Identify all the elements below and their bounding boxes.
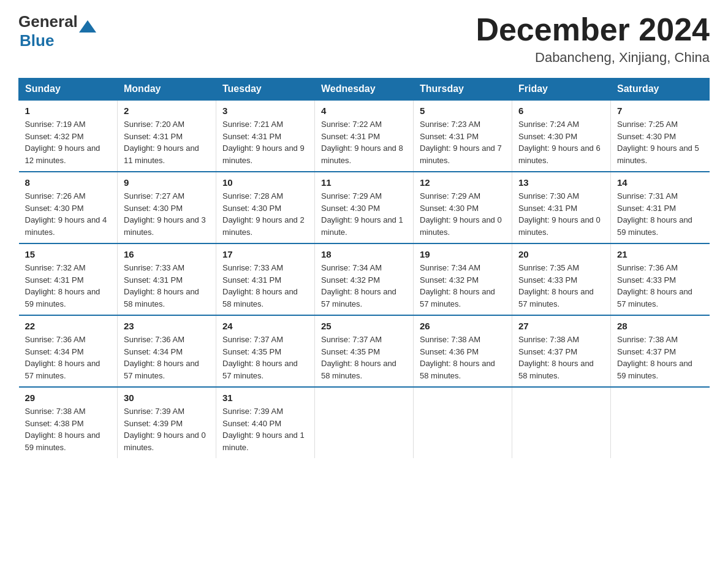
calendar-cell bbox=[315, 387, 414, 458]
calendar-cell: 8 Sunrise: 7:26 AMSunset: 4:30 PMDayligh… bbox=[19, 172, 118, 243]
day-info: Sunrise: 7:37 AMSunset: 4:35 PMDaylight:… bbox=[321, 335, 396, 380]
day-number: 6 bbox=[518, 105, 604, 116]
calendar-cell: 4 Sunrise: 7:22 AMSunset: 4:31 PMDayligh… bbox=[315, 100, 414, 172]
day-info: Sunrise: 7:24 AMSunset: 4:30 PMDaylight:… bbox=[518, 120, 601, 165]
calendar-cell: 27 Sunrise: 7:38 AMSunset: 4:37 PMDaylig… bbox=[512, 315, 611, 387]
day-number: 23 bbox=[124, 321, 210, 331]
day-info: Sunrise: 7:34 AMSunset: 4:32 PMDaylight:… bbox=[420, 263, 495, 308]
day-info: Sunrise: 7:33 AMSunset: 4:31 PMDaylight:… bbox=[124, 263, 199, 308]
day-number: 19 bbox=[420, 249, 506, 259]
day-number: 26 bbox=[420, 321, 506, 331]
weekday-header-wednesday: Wednesday bbox=[315, 79, 414, 101]
calendar-cell: 13 Sunrise: 7:30 AMSunset: 4:31 PMDaylig… bbox=[512, 172, 611, 243]
calendar-week-row: 15 Sunrise: 7:32 AMSunset: 4:31 PMDaylig… bbox=[19, 243, 710, 315]
day-number: 16 bbox=[124, 249, 210, 259]
day-number: 17 bbox=[222, 249, 308, 259]
weekday-header-sunday: Sunday bbox=[19, 79, 118, 101]
day-number: 24 bbox=[222, 321, 308, 331]
weekday-header-friday: Friday bbox=[512, 79, 611, 101]
calendar-cell: 2 Sunrise: 7:20 AMSunset: 4:31 PMDayligh… bbox=[118, 100, 216, 172]
day-number: 9 bbox=[124, 177, 210, 188]
day-info: Sunrise: 7:30 AMSunset: 4:31 PMDaylight:… bbox=[518, 191, 601, 237]
weekday-header-tuesday: Tuesday bbox=[216, 79, 315, 101]
day-info: Sunrise: 7:21 AMSunset: 4:31 PMDaylight:… bbox=[222, 120, 305, 165]
day-info: Sunrise: 7:32 AMSunset: 4:31 PMDaylight:… bbox=[25, 263, 100, 308]
calendar-cell: 17 Sunrise: 7:33 AMSunset: 4:31 PMDaylig… bbox=[216, 243, 315, 315]
calendar-cell: 15 Sunrise: 7:32 AMSunset: 4:31 PMDaylig… bbox=[19, 243, 118, 315]
calendar-cell: 6 Sunrise: 7:24 AMSunset: 4:30 PMDayligh… bbox=[512, 100, 611, 172]
calendar-week-row: 29 Sunrise: 7:38 AMSunset: 4:38 PMDaylig… bbox=[19, 387, 710, 458]
calendar-cell: 7 Sunrise: 7:25 AMSunset: 4:30 PMDayligh… bbox=[611, 100, 710, 172]
day-number: 8 bbox=[25, 177, 112, 188]
logo-general-text: General bbox=[18, 12, 78, 31]
calendar-week-row: 8 Sunrise: 7:26 AMSunset: 4:30 PMDayligh… bbox=[19, 172, 710, 243]
day-number: 7 bbox=[617, 105, 703, 116]
day-info: Sunrise: 7:36 AMSunset: 4:33 PMDaylight:… bbox=[617, 263, 692, 308]
calendar-cell: 21 Sunrise: 7:36 AMSunset: 4:33 PMDaylig… bbox=[611, 243, 710, 315]
calendar-cell bbox=[414, 387, 512, 458]
day-info: Sunrise: 7:35 AMSunset: 4:33 PMDaylight:… bbox=[518, 263, 594, 308]
day-number: 18 bbox=[321, 249, 407, 259]
day-number: 2 bbox=[124, 105, 210, 116]
day-info: Sunrise: 7:33 AMSunset: 4:31 PMDaylight:… bbox=[222, 263, 298, 308]
day-info: Sunrise: 7:27 AMSunset: 4:30 PMDaylight:… bbox=[124, 191, 206, 237]
day-info: Sunrise: 7:36 AMSunset: 4:34 PMDaylight:… bbox=[25, 335, 100, 380]
calendar-week-row: 1 Sunrise: 7:19 AMSunset: 4:32 PMDayligh… bbox=[19, 100, 710, 172]
day-info: Sunrise: 7:38 AMSunset: 4:38 PMDaylight:… bbox=[25, 407, 100, 452]
day-info: Sunrise: 7:22 AMSunset: 4:31 PMDaylight:… bbox=[321, 120, 403, 165]
calendar-cell: 29 Sunrise: 7:38 AMSunset: 4:38 PMDaylig… bbox=[19, 387, 118, 458]
calendar-cell: 22 Sunrise: 7:36 AMSunset: 4:34 PMDaylig… bbox=[19, 315, 118, 387]
calendar-cell: 9 Sunrise: 7:27 AMSunset: 4:30 PMDayligh… bbox=[118, 172, 216, 243]
day-number: 27 bbox=[518, 321, 604, 331]
calendar-table: SundayMondayTuesdayWednesdayThursdayFrid… bbox=[18, 78, 710, 458]
calendar-cell: 31 Sunrise: 7:39 AMSunset: 4:40 PMDaylig… bbox=[216, 387, 315, 458]
calendar-cell: 10 Sunrise: 7:28 AMSunset: 4:30 PMDaylig… bbox=[216, 172, 315, 243]
calendar-cell: 24 Sunrise: 7:37 AMSunset: 4:35 PMDaylig… bbox=[216, 315, 315, 387]
day-number: 20 bbox=[518, 249, 604, 259]
weekday-header-thursday: Thursday bbox=[414, 79, 512, 101]
day-number: 25 bbox=[321, 321, 407, 331]
calendar-cell bbox=[512, 387, 611, 458]
calendar-cell: 25 Sunrise: 7:37 AMSunset: 4:35 PMDaylig… bbox=[315, 315, 414, 387]
day-info: Sunrise: 7:26 AMSunset: 4:30 PMDaylight:… bbox=[25, 191, 107, 237]
calendar-cell: 19 Sunrise: 7:34 AMSunset: 4:32 PMDaylig… bbox=[414, 243, 512, 315]
day-number: 3 bbox=[222, 105, 308, 116]
day-info: Sunrise: 7:38 AMSunset: 4:37 PMDaylight:… bbox=[617, 335, 692, 380]
calendar-cell: 11 Sunrise: 7:29 AMSunset: 4:30 PMDaylig… bbox=[315, 172, 414, 243]
day-number: 11 bbox=[321, 177, 407, 188]
calendar-cell: 1 Sunrise: 7:19 AMSunset: 4:32 PMDayligh… bbox=[19, 100, 118, 172]
calendar-cell: 12 Sunrise: 7:29 AMSunset: 4:30 PMDaylig… bbox=[414, 172, 512, 243]
day-info: Sunrise: 7:34 AMSunset: 4:32 PMDaylight:… bbox=[321, 263, 396, 308]
day-info: Sunrise: 7:20 AMSunset: 4:31 PMDaylight:… bbox=[124, 120, 199, 165]
weekday-header-saturday: Saturday bbox=[611, 79, 710, 101]
day-info: Sunrise: 7:29 AMSunset: 4:30 PMDaylight:… bbox=[420, 191, 502, 237]
day-info: Sunrise: 7:38 AMSunset: 4:37 PMDaylight:… bbox=[518, 335, 594, 380]
day-number: 15 bbox=[25, 249, 112, 259]
day-number: 1 bbox=[25, 105, 112, 116]
weekday-header-monday: Monday bbox=[118, 79, 216, 101]
day-info: Sunrise: 7:25 AMSunset: 4:30 PMDaylight:… bbox=[617, 120, 699, 165]
day-info: Sunrise: 7:39 AMSunset: 4:39 PMDaylight:… bbox=[124, 407, 206, 452]
day-number: 21 bbox=[617, 249, 703, 259]
calendar-cell: 3 Sunrise: 7:21 AMSunset: 4:31 PMDayligh… bbox=[216, 100, 315, 172]
day-number: 10 bbox=[222, 177, 308, 188]
day-number: 29 bbox=[25, 393, 112, 403]
page-header: General Blue December 2024 Dabancheng, X… bbox=[18, 12, 710, 66]
calendar-week-row: 22 Sunrise: 7:36 AMSunset: 4:34 PMDaylig… bbox=[19, 315, 710, 387]
day-number: 22 bbox=[25, 321, 112, 331]
day-number: 31 bbox=[222, 393, 308, 403]
logo-arrow-icon bbox=[79, 20, 96, 33]
weekday-header-row: SundayMondayTuesdayWednesdayThursdayFrid… bbox=[19, 79, 710, 101]
day-number: 28 bbox=[617, 321, 703, 331]
day-info: Sunrise: 7:36 AMSunset: 4:34 PMDaylight:… bbox=[124, 335, 199, 380]
day-info: Sunrise: 7:38 AMSunset: 4:36 PMDaylight:… bbox=[420, 335, 495, 380]
calendar-cell: 26 Sunrise: 7:38 AMSunset: 4:36 PMDaylig… bbox=[414, 315, 512, 387]
day-info: Sunrise: 7:37 AMSunset: 4:35 PMDaylight:… bbox=[222, 335, 298, 380]
title-area: December 2024 Dabancheng, Xinjiang, Chin… bbox=[476, 12, 710, 66]
day-info: Sunrise: 7:19 AMSunset: 4:32 PMDaylight:… bbox=[25, 120, 100, 165]
day-number: 5 bbox=[420, 105, 506, 116]
day-info: Sunrise: 7:29 AMSunset: 4:30 PMDaylight:… bbox=[321, 191, 403, 237]
calendar-cell: 28 Sunrise: 7:38 AMSunset: 4:37 PMDaylig… bbox=[611, 315, 710, 387]
day-number: 4 bbox=[321, 105, 407, 116]
day-number: 13 bbox=[518, 177, 604, 188]
